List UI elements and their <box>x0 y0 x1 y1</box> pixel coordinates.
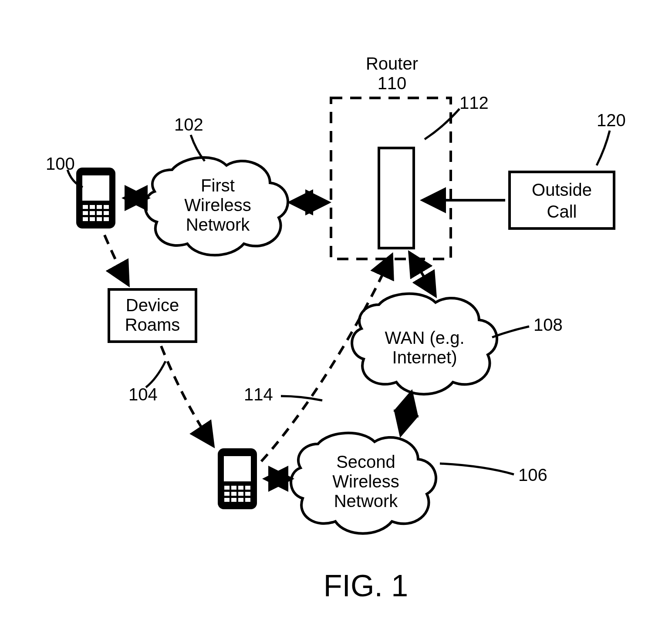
svg-rect-18 <box>224 456 251 481</box>
roam-path-lower <box>161 346 213 446</box>
label-100: 100 <box>46 154 75 173</box>
svg-rect-12 <box>104 211 109 215</box>
router-block: Router 110 <box>331 54 451 259</box>
svg-rect-6 <box>90 205 95 209</box>
leader-120 <box>597 131 610 165</box>
leader-106 <box>440 464 514 474</box>
svg-rect-24 <box>231 492 236 496</box>
svg-rect-27 <box>224 498 230 502</box>
svg-rect-4 <box>82 175 109 201</box>
device-roams-line1: Device <box>126 296 179 315</box>
label-106: 106 <box>518 465 547 484</box>
svg-rect-11 <box>97 211 102 215</box>
first-wireless-network-cloud: First Wireless Network <box>145 158 288 255</box>
svg-rect-15 <box>97 217 102 221</box>
svg-rect-25 <box>238 492 243 496</box>
svg-rect-16 <box>104 217 109 221</box>
second-network-label-line3: Network <box>334 491 398 511</box>
leader-112 <box>425 109 459 139</box>
label-102: 102 <box>174 115 203 134</box>
second-network-label-line2: Wireless <box>332 472 399 491</box>
first-network-label-line2: Wireless <box>184 195 251 215</box>
svg-rect-10 <box>90 211 95 215</box>
leader-108 <box>492 326 529 337</box>
label-108: 108 <box>534 315 563 334</box>
router-inner-rect <box>379 148 414 248</box>
link-wan-secondnet <box>401 392 412 435</box>
svg-rect-19 <box>224 486 230 490</box>
svg-rect-30 <box>245 498 250 502</box>
outside-call-line1: Outside <box>532 180 592 199</box>
leader-104 <box>146 361 165 387</box>
first-network-label-line1: First <box>201 176 235 195</box>
leader-114 <box>281 396 322 400</box>
svg-rect-8 <box>104 205 109 209</box>
svg-rect-23 <box>224 492 230 496</box>
svg-rect-28 <box>231 498 236 502</box>
label-104: 104 <box>128 385 158 404</box>
svg-rect-14 <box>90 217 95 221</box>
svg-rect-13 <box>83 217 88 221</box>
svg-rect-5 <box>83 205 88 209</box>
second-network-label-line1: Second <box>336 452 395 471</box>
phone-icon-bottom <box>218 448 257 509</box>
outside-call-line2: Call <box>547 202 577 221</box>
first-network-label-line3: Network <box>186 215 250 234</box>
label-120: 120 <box>597 111 626 130</box>
figure-caption: FIG. 1 <box>324 569 408 603</box>
svg-rect-26 <box>245 492 250 496</box>
second-wireless-network-cloud: Second Wireless Network <box>291 433 436 534</box>
svg-rect-21 <box>238 486 243 490</box>
svg-rect-20 <box>231 486 236 490</box>
svg-rect-7 <box>97 205 102 209</box>
router-number: 110 <box>378 74 407 93</box>
label-114: 114 <box>244 385 273 404</box>
roam-path-upper <box>105 235 128 285</box>
label-112: 112 <box>459 93 489 112</box>
router-label: Router <box>366 54 418 73</box>
phone-icon-top <box>76 168 115 228</box>
wan-label-line2: Internet) <box>392 348 457 367</box>
device-roams-box: Device Roams <box>109 289 196 342</box>
svg-rect-29 <box>238 498 243 502</box>
svg-rect-9 <box>83 211 88 215</box>
wan-cloud: WAN (e.g. Internet) <box>352 294 497 394</box>
device-roams-line2: Roams <box>125 315 180 334</box>
outside-call-box: Outside Call <box>510 172 614 228</box>
svg-rect-22 <box>245 486 250 490</box>
wan-label-line1: WAN (e.g. <box>385 328 465 347</box>
